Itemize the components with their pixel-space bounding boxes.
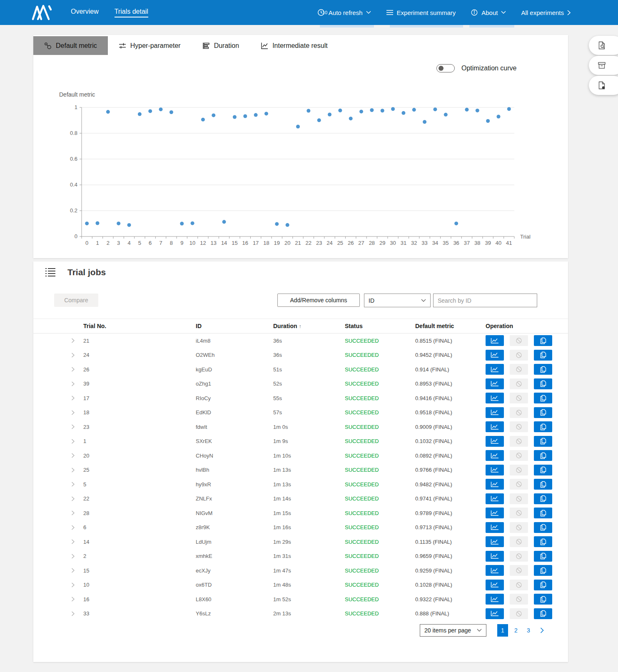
kill-trial-button[interactable]	[510, 436, 528, 447]
expand-row-chevron-icon[interactable]	[71, 338, 75, 343]
intermediate-result-button[interactable]	[486, 421, 504, 432]
col-id[interactable]: ID	[196, 323, 273, 329]
kill-trial-button[interactable]	[510, 407, 528, 418]
document-dot-button[interactable]	[589, 76, 618, 95]
kill-trial-button[interactable]	[510, 536, 528, 547]
copy-parameter-button[interactable]	[534, 608, 552, 619]
expand-row-chevron-icon[interactable]	[71, 539, 75, 544]
kill-trial-button[interactable]	[510, 551, 528, 562]
tab-intermediate-result[interactable]: Intermediate result	[250, 36, 339, 55]
kill-trial-button[interactable]	[510, 479, 528, 490]
copy-parameter-button[interactable]	[534, 378, 552, 389]
copy-parameter-button[interactable]	[534, 450, 552, 461]
nav-overview[interactable]: Overview	[71, 8, 99, 17]
kill-trial-button[interactable]	[510, 493, 528, 504]
expand-row-chevron-icon[interactable]	[71, 353, 75, 358]
intermediate-result-button[interactable]	[486, 378, 504, 389]
copy-parameter-button[interactable]	[534, 335, 552, 346]
kill-trial-button[interactable]	[510, 608, 528, 619]
intermediate-result-button[interactable]	[486, 551, 504, 562]
expand-row-chevron-icon[interactable]	[71, 482, 75, 487]
intermediate-result-button[interactable]	[486, 508, 504, 518]
expand-row-chevron-icon[interactable]	[71, 554, 75, 559]
compare-button[interactable]: Compare	[54, 294, 98, 307]
intermediate-result-button[interactable]	[486, 436, 504, 447]
col-duration[interactable]: Duration↑	[273, 323, 345, 329]
tab-duration[interactable]: Duration	[192, 36, 250, 55]
copy-parameter-button[interactable]	[534, 465, 552, 475]
col-status[interactable]: Status	[345, 323, 415, 329]
copy-parameter-button[interactable]	[534, 393, 552, 403]
tab-default-metric[interactable]: Default metric	[33, 36, 108, 55]
expand-row-chevron-icon[interactable]	[71, 468, 75, 473]
expand-row-chevron-icon[interactable]	[71, 439, 75, 444]
expand-row-chevron-icon[interactable]	[71, 496, 75, 501]
expand-row-chevron-icon[interactable]	[71, 582, 75, 587]
intermediate-result-button[interactable]	[486, 493, 504, 504]
copy-parameter-button[interactable]	[534, 364, 552, 375]
intermediate-result-button[interactable]	[486, 594, 504, 605]
search-input[interactable]	[433, 294, 537, 307]
page-button-1[interactable]: 1	[497, 624, 508, 637]
expand-row-chevron-icon[interactable]	[71, 410, 75, 415]
expand-row-chevron-icon[interactable]	[71, 597, 75, 602]
expand-row-chevron-icon[interactable]	[71, 611, 75, 616]
copy-parameter-button[interactable]	[534, 551, 552, 562]
kill-trial-button[interactable]	[510, 421, 528, 432]
copy-parameter-button[interactable]	[534, 421, 552, 432]
copy-parameter-button[interactable]	[534, 522, 552, 533]
page-size-select[interactable]: 20 items per page	[420, 624, 486, 637]
optimization-curve-toggle[interactable]	[436, 64, 455, 72]
copy-parameter-button[interactable]	[534, 565, 552, 576]
expand-row-chevron-icon[interactable]	[71, 568, 75, 573]
copy-parameter-button[interactable]	[534, 493, 552, 504]
tab-hyper-parameter[interactable]: Hyper-parameter	[108, 36, 192, 55]
auto-refresh-menu[interactable]: 10 Auto refresh	[317, 8, 371, 17]
intermediate-result-button[interactable]	[486, 450, 504, 461]
next-page-button[interactable]	[536, 624, 547, 637]
copy-parameter-button[interactable]	[534, 594, 552, 605]
expand-row-chevron-icon[interactable]	[71, 453, 75, 458]
intermediate-result-button[interactable]	[486, 393, 504, 403]
intermediate-result-button[interactable]	[486, 407, 504, 418]
intermediate-result-button[interactable]	[486, 580, 504, 590]
page-button-3[interactable]: 3	[523, 624, 534, 637]
copy-parameter-button[interactable]	[534, 508, 552, 518]
copy-parameter-button[interactable]	[534, 536, 552, 547]
expand-row-chevron-icon[interactable]	[71, 367, 75, 372]
kill-trial-button[interactable]	[510, 565, 528, 576]
intermediate-result-button[interactable]	[486, 364, 504, 375]
filter-column-select[interactable]: ID	[364, 294, 431, 307]
intermediate-result-button[interactable]	[486, 536, 504, 547]
experiment-summary-button[interactable]: Experiment summary	[386, 9, 456, 16]
copy-parameter-button[interactable]	[534, 479, 552, 490]
copy-parameter-button[interactable]	[534, 436, 552, 447]
kill-trial-button[interactable]	[510, 335, 528, 346]
kill-trial-button[interactable]	[510, 580, 528, 590]
intermediate-result-button[interactable]	[486, 479, 504, 490]
copy-parameter-button[interactable]	[534, 580, 552, 590]
intermediate-result-button[interactable]	[486, 565, 504, 576]
col-trial-no[interactable]: Trial No.	[83, 323, 196, 329]
kill-trial-button[interactable]	[510, 465, 528, 475]
add-remove-columns-button[interactable]: Add/Remove columns	[277, 294, 360, 307]
expand-row-chevron-icon[interactable]	[71, 525, 75, 530]
about-menu[interactable]: About	[471, 9, 506, 16]
expand-row-chevron-icon[interactable]	[71, 381, 75, 386]
col-default-metric[interactable]: Default metric	[415, 323, 486, 329]
all-experiments-link[interactable]: All experiments	[521, 9, 571, 16]
expand-row-chevron-icon[interactable]	[71, 424, 75, 429]
kill-trial-button[interactable]	[510, 364, 528, 375]
kill-trial-button[interactable]	[510, 350, 528, 361]
nav-trials-detail[interactable]: Trials detail	[115, 8, 148, 17]
kill-trial-button[interactable]	[510, 450, 528, 461]
kill-trial-button[interactable]	[510, 522, 528, 533]
archive-box-button[interactable]	[589, 56, 618, 75]
kill-trial-button[interactable]	[510, 393, 528, 403]
intermediate-result-button[interactable]	[486, 522, 504, 533]
intermediate-result-button[interactable]	[486, 608, 504, 619]
kill-trial-button[interactable]	[510, 594, 528, 605]
expand-row-chevron-icon[interactable]	[71, 510, 75, 515]
intermediate-result-button[interactable]	[486, 350, 504, 361]
copy-parameter-button[interactable]	[534, 350, 552, 361]
